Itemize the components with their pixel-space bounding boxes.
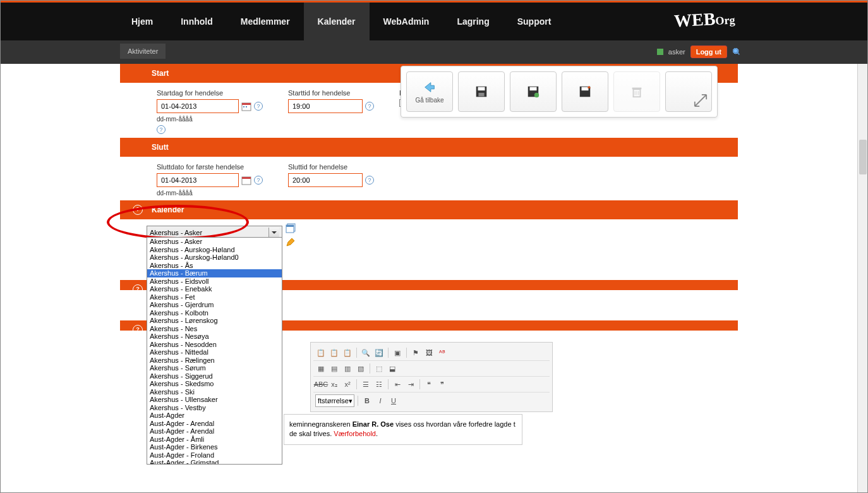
- help-icon[interactable]: ?: [365, 176, 374, 185]
- save-new-button[interactable]: [510, 71, 557, 112]
- slutt-day-input[interactable]: [157, 173, 239, 187]
- nav-hjem[interactable]: Hjem: [118, 3, 167, 40]
- save-close-button[interactable]: [562, 71, 608, 112]
- svg-rect-20: [632, 88, 642, 90]
- slutt-day-label: Sluttdato for første hendelse: [157, 163, 263, 171]
- dropdown-option[interactable]: Akershus - Aurskog-Høland: [147, 246, 282, 254]
- logout-button[interactable]: Logg ut: [690, 46, 727, 58]
- calendar-icon[interactable]: [241, 175, 251, 185]
- dropdown-option[interactable]: Akershus - Nes: [147, 325, 282, 333]
- dropdown-option[interactable]: Aust-Agder - Froland: [147, 451, 282, 460]
- indent-icon[interactable]: ⇥: [405, 379, 416, 390]
- paste-plain-icon[interactable]: 📋: [342, 347, 353, 358]
- table-icon[interactable]: ▦: [315, 363, 327, 374]
- dropdown-option[interactable]: Akershus - Fet: [147, 293, 282, 301]
- richtext-content[interactable]: keminnegranskeren Einar R. Ose vises oss…: [284, 414, 522, 445]
- chevron-down-icon: [268, 228, 279, 237]
- dropdown-option[interactable]: Akershus - Ski: [147, 388, 282, 396]
- subscript-icon[interactable]: x₂: [329, 379, 340, 390]
- paste-word-icon[interactable]: 📋: [329, 347, 340, 358]
- fontsize-select[interactable]: ftstørrelse▾: [315, 394, 354, 407]
- find-icon[interactable]: 🔍: [360, 347, 371, 358]
- dropdown-option[interactable]: Aust-Agder - Birkenes: [147, 443, 282, 451]
- delete-button[interactable]: [613, 71, 660, 112]
- dropdown-option[interactable]: Akershus - Vestby: [147, 404, 282, 412]
- subtab-aktiviteter[interactable]: Aktiviteter: [120, 44, 166, 59]
- help-icon[interactable]: ?: [365, 102, 374, 111]
- help-icon[interactable]: ?: [254, 176, 263, 185]
- back-button[interactable]: Gå tilbake: [406, 71, 453, 112]
- dropdown-option[interactable]: Aust-Agder - Åmli: [147, 435, 282, 444]
- selectall-icon[interactable]: ▣: [392, 347, 403, 358]
- spellcheck-icon[interactable]: ᴬᴮ: [437, 347, 448, 358]
- kalender-dropdown-list[interactable]: Akershus - AskerAkershus - Aurskog-Hølan…: [147, 237, 282, 465]
- pencil-icon[interactable]: [286, 237, 296, 248]
- dropdown-option[interactable]: Akershus - Asker: [147, 238, 282, 246]
- dropdown-option[interactable]: Aust-Agder - Arendal: [147, 420, 282, 428]
- logo: WEBOrg: [673, 8, 735, 32]
- dropdown-option[interactable]: Akershus - Nittedal: [147, 348, 282, 356]
- table-row-icon[interactable]: ▤: [329, 363, 340, 374]
- slutt-day-hint: dd-mm-åååå: [157, 190, 263, 197]
- italic-icon[interactable]: I: [375, 395, 386, 406]
- superscript-icon[interactable]: x²: [342, 379, 353, 390]
- dropdown-option[interactable]: Akershus - Siggerud: [147, 372, 282, 380]
- dropdown-option[interactable]: Akershus - Nesøya: [147, 332, 282, 341]
- expand-button[interactable]: [665, 71, 712, 112]
- dropdown-option[interactable]: Akershus - Lørenskog: [147, 317, 282, 325]
- bullets-icon[interactable]: ☰: [360, 379, 371, 390]
- search-icon[interactable]: [732, 47, 741, 56]
- nav-kalender[interactable]: Kalender: [304, 3, 370, 40]
- outdent-icon[interactable]: ⇤: [392, 379, 403, 390]
- quote-close-icon[interactable]: ❞: [437, 379, 448, 390]
- dropdown-option[interactable]: Akershus - Skedsmo: [147, 380, 282, 388]
- dropdown-option[interactable]: Akershus - Bærum: [147, 269, 282, 277]
- dropdown-option[interactable]: Akershus - Gjerdrum: [147, 301, 282, 309]
- nav-webadmin[interactable]: WebAdmin: [370, 3, 443, 40]
- dropdown-option[interactable]: Akershus - Enebakk: [147, 285, 282, 293]
- calendar-icon[interactable]: [241, 101, 251, 111]
- dropdown-option[interactable]: Akershus - Nesodden: [147, 341, 282, 349]
- section-kalender-header: Kalender: [120, 200, 738, 219]
- dropdown-option[interactable]: Akershus - Ullensaker: [147, 396, 282, 404]
- paste-icon[interactable]: 📋: [315, 347, 327, 358]
- weather-link[interactable]: Værforbehold: [334, 430, 376, 437]
- dropdown-option[interactable]: Aust-Agder - Grimstad: [147, 459, 282, 465]
- dropdown-option[interactable]: Akershus - Eidsvoll: [147, 277, 282, 286]
- svg-rect-7: [242, 177, 251, 179]
- numbering-icon[interactable]: ☷: [373, 379, 385, 390]
- image-icon[interactable]: 🖼: [423, 347, 435, 358]
- quote-open-icon[interactable]: ❝: [423, 379, 435, 390]
- merge-icon[interactable]: ⬚: [373, 363, 385, 374]
- start-day-label: Startdag for hendelse: [157, 89, 263, 97]
- flag-icon[interactable]: ⚑: [410, 347, 421, 358]
- bold-icon[interactable]: B: [361, 395, 373, 406]
- help-icon[interactable]: ?: [254, 102, 263, 111]
- help-icon[interactable]: ?: [157, 125, 166, 134]
- save-button[interactable]: [458, 71, 505, 112]
- replace-icon[interactable]: 🔄: [373, 347, 385, 358]
- nav-support[interactable]: Support: [503, 3, 565, 40]
- underline-icon[interactable]: U: [388, 395, 399, 406]
- dropdown-option[interactable]: Akershus - Sørum: [147, 364, 282, 372]
- start-time-input[interactable]: [288, 99, 363, 113]
- svg-rect-18: [582, 87, 589, 91]
- split-icon[interactable]: ⬓: [387, 363, 398, 374]
- start-day-input[interactable]: [157, 99, 239, 113]
- slutt-time-input[interactable]: [288, 173, 363, 187]
- dropdown-option[interactable]: Akershus - Rælingen: [147, 356, 282, 365]
- dropdown-option[interactable]: Akershus - Kolbotn: [147, 309, 282, 317]
- calendar-multi-icon[interactable]: [286, 223, 296, 234]
- dropdown-option[interactable]: Akershus - Ås: [147, 262, 282, 270]
- dropdown-option[interactable]: Akershus - Aurskog-Høland0: [147, 253, 282, 262]
- nav-lagring[interactable]: Lagring: [443, 3, 503, 40]
- dropdown-option[interactable]: Aust-Agder: [147, 411, 282, 420]
- nav-innhold[interactable]: Innhold: [167, 3, 227, 40]
- dropdown-option[interactable]: Aust-Agder - Arendal: [147, 427, 282, 435]
- table-cell-icon[interactable]: ▧: [355, 363, 366, 374]
- table-col-icon[interactable]: ▥: [342, 363, 353, 374]
- action-toolbar: Gå tilbake: [401, 66, 718, 118]
- strikethrough-icon[interactable]: ABC: [315, 379, 327, 390]
- nav-medlemmer[interactable]: Medlemmer: [227, 3, 304, 40]
- scrollbar[interactable]: [857, 64, 867, 492]
